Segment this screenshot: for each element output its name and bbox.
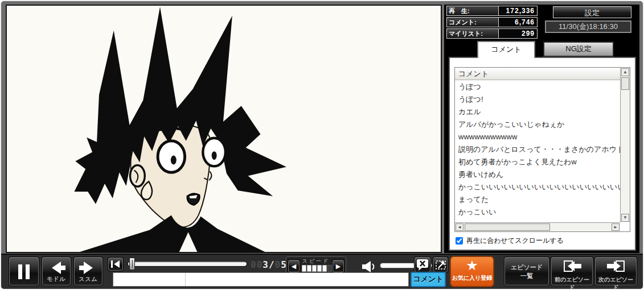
stat-label: マイリスト: bbox=[447, 29, 499, 38]
speed-control: スピード ◀ ▶ bbox=[286, 256, 346, 274]
stat-row: コメント: 6,746 bbox=[446, 17, 538, 27]
next-episode-label: 次のエピソード bbox=[596, 276, 636, 290]
speed-down-button[interactable]: ◀ bbox=[288, 260, 300, 272]
video-frame-character bbox=[7, 6, 441, 252]
prev-episode-label: 前のエピソード bbox=[552, 276, 592, 290]
settings-button[interactable]: 設定 bbox=[553, 6, 631, 18]
autoscroll-checkbox[interactable] bbox=[456, 237, 463, 245]
prev-episode-button[interactable]: 前のエピソード bbox=[551, 257, 593, 285]
seek-handle[interactable] bbox=[129, 258, 135, 270]
comment-row[interactable]: かっこいい bbox=[455, 206, 620, 218]
arrow-left-icon bbox=[45, 260, 68, 276]
comment-row[interactable]: 勇者いけめん bbox=[455, 168, 620, 181]
volume-icon bbox=[361, 260, 377, 273]
speed-segment bbox=[307, 265, 311, 272]
comment-list-header: コメント bbox=[455, 68, 620, 80]
comment-text-input[interactable] bbox=[186, 273, 408, 286]
speed-segment bbox=[322, 265, 327, 272]
counter-current: 3/ bbox=[262, 259, 274, 270]
comment-send-button[interactable]: コメント bbox=[411, 272, 446, 287]
add-favorite-label: お気に入り登録 bbox=[451, 274, 493, 282]
episode-list-label-line2: 一覧 bbox=[505, 272, 548, 280]
star-icon: ★ bbox=[451, 257, 493, 274]
back-button[interactable]: モドル bbox=[42, 257, 71, 285]
comment-off-icon bbox=[416, 258, 429, 271]
character-shoulders bbox=[80, 216, 265, 252]
comment-row[interactable]: うぽつ! bbox=[455, 93, 620, 106]
scroll-up-icon[interactable]: ▲ bbox=[621, 68, 629, 76]
comment-command-input[interactable] bbox=[113, 273, 186, 286]
resize-icon bbox=[434, 258, 447, 271]
stat-row: 再 生: 172,336 bbox=[446, 6, 538, 16]
next-episode-button[interactable]: 次のエピソード bbox=[595, 257, 637, 285]
comment-input-area bbox=[113, 272, 409, 287]
stat-label: 再 生: bbox=[447, 6, 499, 15]
horizontal-scrollbar[interactable]: ◄ ► bbox=[455, 222, 620, 231]
speed-segment bbox=[327, 265, 332, 272]
info-panel: 再 生: 172,336 コメント: 6,746 マイリスト: 299 設定 1… bbox=[444, 5, 639, 253]
scroll-right-icon[interactable]: ► bbox=[612, 223, 620, 231]
comment-row[interactable]: まってた bbox=[455, 193, 620, 206]
scroll-down-icon[interactable]: ▼ bbox=[621, 214, 629, 222]
arrow-right-icon bbox=[77, 260, 100, 276]
autoscroll-label: 再生に合わせてスクロールする bbox=[466, 236, 564, 246]
comment-row[interactable]: アルバがかっこいいじゃねぇか bbox=[455, 118, 620, 131]
speed-segment bbox=[302, 265, 306, 272]
tab-ng-settings[interactable]: NG設定 bbox=[543, 42, 614, 57]
back-button-label: モドル bbox=[43, 275, 70, 283]
forward-button-label: ススム bbox=[75, 275, 102, 283]
character-ear bbox=[130, 165, 145, 187]
video-player-window: 再 生: 172,336 コメント: 6,746 マイリスト: 299 設定 1… bbox=[0, 0, 644, 290]
forward-button[interactable]: ススム bbox=[74, 257, 102, 285]
skip-to-start-button[interactable] bbox=[108, 258, 123, 271]
horizontal-scroll-thumb[interactable] bbox=[465, 223, 550, 231]
vertical-scroll-thumb[interactable] bbox=[621, 77, 629, 90]
prev-episode-icon bbox=[561, 260, 584, 274]
comment-row[interactable]: かっこいいいいいいいいいいいいいいいいいいいいいいいいいい bbox=[455, 181, 620, 193]
pause-icon bbox=[14, 262, 34, 281]
speed-segment bbox=[312, 265, 317, 272]
episode-list-label-line1: エピソード bbox=[505, 263, 548, 272]
add-favorite-button[interactable]: ★ お気に入り登録 bbox=[450, 256, 494, 287]
vertical-scrollbar[interactable]: ▲ ▼ bbox=[620, 68, 630, 222]
next-episode-icon bbox=[605, 260, 627, 274]
comment-row[interactable]: wwwwwwwwwww bbox=[455, 131, 620, 143]
comment-row[interactable]: うぽつ bbox=[455, 81, 620, 93]
video-screen[interactable] bbox=[6, 5, 442, 253]
seek-bar[interactable] bbox=[128, 261, 247, 267]
comment-visibility-toggle-button[interactable] bbox=[415, 257, 430, 272]
comment-panel: コメント うぽつ うぽつ! カエル アルバがかっこいいじゃねぇか wwwwwww… bbox=[449, 57, 636, 251]
comment-row[interactable]: 説明のアルバとロスって・・・まさかのアホウドリ? bbox=[455, 143, 620, 156]
video-stats: 再 生: 172,336 コメント: 6,746 マイリスト: 299 bbox=[446, 6, 538, 40]
control-bar: モドル ススム 003/052 スピード ◀ ▶ bbox=[1, 254, 643, 289]
counter-dim: 0 bbox=[275, 259, 281, 270]
stat-label: コメント: bbox=[447, 18, 499, 27]
skip-start-icon bbox=[109, 259, 122, 269]
scroll-left-icon[interactable]: ◄ bbox=[456, 223, 463, 231]
speed-segment bbox=[317, 265, 322, 272]
comment-list: コメント うぽつ うぽつ! カエル アルバがかっこいいじゃねぇか wwwwwww… bbox=[454, 67, 630, 232]
stat-value: 172,336 bbox=[499, 6, 537, 15]
counter-dim: 00 bbox=[251, 259, 262, 270]
comment-list-items: うぽつ うぽつ! カエル アルバがかっこいいじゃねぇか wwwwwwwwwww … bbox=[455, 81, 620, 222]
episode-list-button[interactable]: エピソード 一覧 bbox=[504, 257, 549, 285]
pause-button[interactable] bbox=[9, 257, 39, 285]
stat-row: マイリスト: 299 bbox=[446, 28, 538, 39]
datetime-display: 11/30(金)18:16:30 bbox=[545, 20, 631, 33]
resize-button[interactable] bbox=[433, 257, 448, 272]
autoscroll-option: 再生に合わせてスクロールする bbox=[456, 236, 564, 246]
speed-up-button[interactable]: ▶ bbox=[333, 260, 344, 272]
stat-value: 6,746 bbox=[499, 18, 537, 27]
comment-row[interactable]: 初めて勇者がかっこよく見えたわw bbox=[455, 156, 620, 168]
stat-value: 299 bbox=[499, 29, 537, 38]
tab-comment[interactable]: コメント bbox=[477, 41, 535, 58]
comment-row[interactable]: カエル bbox=[455, 106, 620, 118]
